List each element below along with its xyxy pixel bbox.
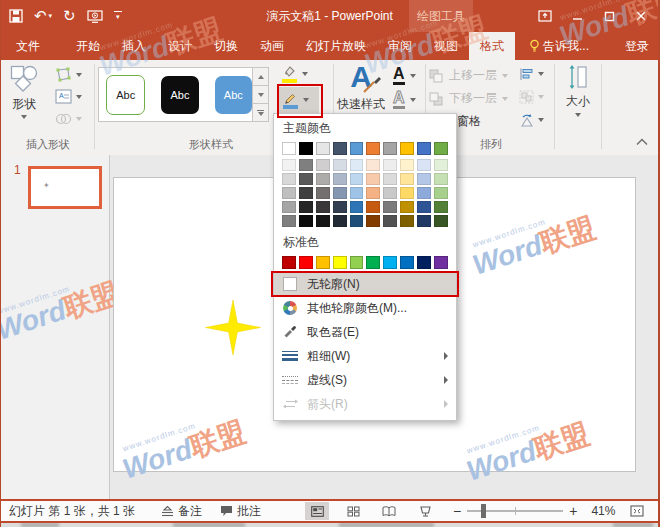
collapse-ribbon-button[interactable]: [636, 138, 648, 146]
shape-style-preset-1[interactable]: Abc: [106, 75, 145, 115]
slideshow-view-button[interactable]: [413, 502, 437, 520]
menu-item-no-outline[interactable]: 无轮廓(N): [274, 272, 456, 296]
color-swatch[interactable]: [383, 201, 397, 213]
color-swatch[interactable]: [299, 256, 313, 269]
redo-button[interactable]: ↻: [63, 9, 76, 24]
color-swatch[interactable]: [316, 256, 330, 269]
color-swatch[interactable]: [282, 187, 296, 199]
color-swatch[interactable]: [299, 159, 313, 171]
fit-slide-to-window-button[interactable]: [625, 502, 649, 520]
color-swatch[interactable]: [333, 187, 347, 199]
send-backward-button[interactable]: 下移一层: [429, 90, 508, 107]
color-swatch[interactable]: [350, 215, 364, 227]
zoom-level[interactable]: 41%: [591, 504, 615, 518]
color-swatch[interactable]: [366, 256, 380, 269]
gallery-scroll-down-button[interactable]: [253, 86, 268, 104]
color-swatch[interactable]: [350, 187, 364, 199]
color-swatch[interactable]: [417, 173, 431, 185]
color-swatch[interactable]: [400, 201, 414, 213]
slide-sorter-view-button[interactable]: [341, 502, 365, 520]
color-swatch[interactable]: [299, 201, 313, 213]
color-swatch[interactable]: [299, 215, 313, 227]
undo-button[interactable]: ↶ ▾: [34, 9, 52, 24]
shape-outline-button[interactable]: [279, 87, 319, 113]
color-swatch[interactable]: [366, 201, 380, 213]
menu-item-more-outline-colors[interactable]: 其他轮廓颜色(M)...: [274, 296, 456, 320]
text-fill-button[interactable]: A: [393, 66, 416, 85]
tell-me-box[interactable]: 告诉我...: [517, 32, 600, 60]
color-swatch[interactable]: [333, 159, 347, 171]
color-swatch[interactable]: [434, 142, 448, 155]
tab-review[interactable]: 审阅: [377, 32, 423, 60]
color-swatch[interactable]: [434, 187, 448, 199]
bring-forward-button[interactable]: 上移一层: [429, 67, 508, 84]
color-swatch[interactable]: [282, 256, 296, 269]
color-swatch[interactable]: [299, 173, 313, 185]
normal-view-button[interactable]: [305, 502, 329, 520]
color-swatch[interactable]: [316, 142, 330, 155]
color-swatch[interactable]: [366, 142, 380, 155]
color-swatch[interactable]: [282, 215, 296, 227]
color-swatch[interactable]: [417, 159, 431, 171]
color-swatch[interactable]: [350, 159, 364, 171]
close-button[interactable]: [628, 3, 654, 29]
color-swatch[interactable]: [417, 201, 431, 213]
color-swatch[interactable]: [434, 159, 448, 171]
color-swatch[interactable]: [282, 159, 296, 171]
color-swatch[interactable]: [417, 256, 431, 269]
color-swatch[interactable]: [366, 215, 380, 227]
sign-in-button[interactable]: 登录: [614, 32, 660, 60]
shapes-gallery-button[interactable]: 形状: [9, 64, 39, 119]
color-swatch[interactable]: [299, 142, 313, 155]
color-swatch[interactable]: [400, 215, 414, 227]
tab-animations[interactable]: 动画: [249, 32, 295, 60]
color-swatch[interactable]: [366, 187, 380, 199]
notes-toggle-button[interactable]: 备注: [161, 503, 202, 520]
zoom-slider-thumb[interactable]: [481, 504, 486, 518]
ribbon-display-options-button[interactable]: [532, 3, 558, 29]
color-swatch[interactable]: [282, 201, 296, 213]
color-swatch[interactable]: [316, 173, 330, 185]
customize-qat-button[interactable]: ▾: [114, 11, 122, 21]
color-swatch[interactable]: [434, 215, 448, 227]
color-swatch[interactable]: [366, 159, 380, 171]
tab-insert[interactable]: 插入: [111, 32, 157, 60]
color-swatch[interactable]: [350, 256, 364, 269]
color-swatch[interactable]: [333, 142, 347, 155]
color-swatch[interactable]: [350, 142, 364, 155]
color-swatch[interactable]: [333, 201, 347, 213]
zoom-in-button[interactable]: +: [569, 503, 577, 519]
shape-style-preset-3[interactable]: Abc: [215, 76, 252, 114]
color-swatch[interactable]: [400, 187, 414, 199]
color-swatch[interactable]: [434, 201, 448, 213]
color-swatch[interactable]: [383, 256, 397, 269]
menu-item-dashes[interactable]: 虚线(S): [274, 368, 456, 392]
tab-file[interactable]: 文件: [5, 32, 51, 60]
color-swatch[interactable]: [383, 159, 397, 171]
tab-format-active[interactable]: 格式: [469, 32, 515, 60]
color-swatch[interactable]: [383, 142, 397, 155]
color-swatch[interactable]: [383, 187, 397, 199]
quick-styles-button[interactable]: A 快速样式: [337, 62, 385, 113]
shape-fill-button[interactable]: [281, 65, 308, 83]
color-swatch[interactable]: [434, 173, 448, 185]
menu-item-eyedropper[interactable]: 取色器(E): [274, 320, 456, 344]
gallery-scroll-up-button[interactable]: [253, 68, 268, 86]
align-button[interactable]: [519, 67, 544, 81]
undo-dropdown-caret[interactable]: ▾: [49, 12, 53, 20]
text-outline-button[interactable]: A: [393, 90, 416, 109]
tab-view[interactable]: 视图: [423, 32, 469, 60]
color-swatch[interactable]: [299, 187, 313, 199]
gallery-more-button[interactable]: [253, 104, 268, 121]
group-objects-button[interactable]: [519, 90, 544, 104]
color-swatch[interactable]: [282, 142, 296, 155]
rotate-button[interactable]: [519, 113, 544, 127]
color-swatch[interactable]: [333, 173, 347, 185]
color-swatch[interactable]: [383, 215, 397, 227]
color-swatch[interactable]: [417, 215, 431, 227]
color-swatch[interactable]: [350, 173, 364, 185]
shape-style-preset-2[interactable]: Abc: [161, 76, 198, 114]
text-box-button[interactable]: A: [55, 89, 82, 104]
color-swatch[interactable]: [417, 187, 431, 199]
color-swatch[interactable]: [434, 256, 448, 269]
